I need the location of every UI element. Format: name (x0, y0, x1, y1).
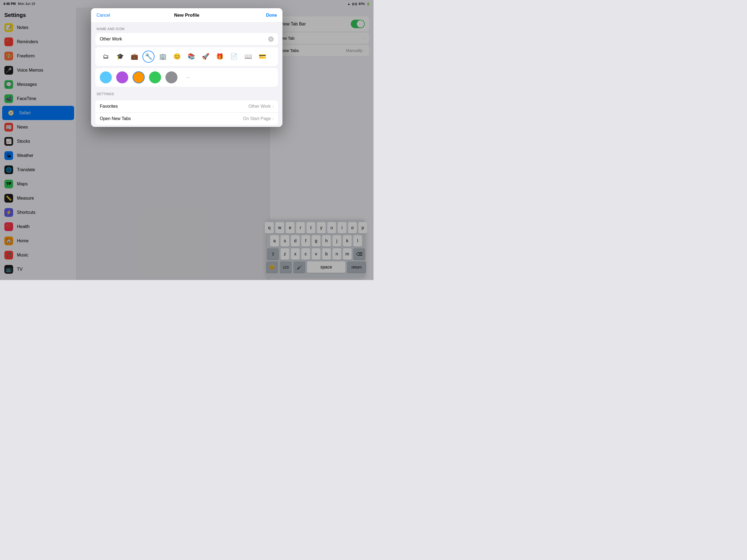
settings-row-label-1: Open New Tabs (100, 116, 131, 121)
icon-option-3[interactable]: 🔧 (143, 51, 154, 62)
icon-option-9[interactable]: 📄 (228, 51, 240, 62)
name-icon-section-label: NAME AND ICON (91, 23, 282, 33)
settings-row-chevron-0: › (272, 104, 274, 108)
color-option-1[interactable] (116, 71, 128, 83)
new-profile-modal: Cancel New Profile Done NAME AND ICON ✕ … (91, 8, 282, 127)
profile-name-input[interactable] (100, 36, 266, 42)
profile-name-input-row[interactable]: ✕ (96, 33, 278, 45)
settings-section-label: SETTINGS (91, 88, 282, 98)
settings-row-value-0: Other Work (249, 104, 271, 109)
modal-header: Cancel New Profile Done (91, 8, 282, 23)
cancel-button[interactable]: Cancel (97, 13, 119, 18)
more-colors-button[interactable]: ··· (182, 71, 194, 83)
settings-row-0[interactable]: Favorites Other Work › (96, 100, 278, 113)
color-option-4[interactable] (165, 71, 177, 83)
color-option-0[interactable] (100, 71, 112, 83)
icon-option-8[interactable]: 🎁 (213, 51, 226, 62)
settings-row-value-1: On Start Page (243, 116, 271, 121)
modal-overlay: Cancel New Profile Done NAME AND ICON ✕ … (0, 0, 374, 280)
icon-option-5[interactable]: 😊 (171, 51, 183, 62)
settings-row-right-0: Other Work › (249, 104, 274, 109)
modal-title: New Profile (119, 12, 255, 18)
icon-option-10[interactable]: 📖 (242, 51, 254, 62)
color-grid: ··· (96, 68, 278, 87)
done-button[interactable]: Done (255, 13, 277, 18)
settings-row-chevron-1: › (272, 117, 274, 121)
color-option-3[interactable] (149, 71, 161, 83)
icon-grid: 🗂🎓💼🔧🏢😊📚🚀🎁📄📖💳 (96, 47, 278, 66)
icon-option-6[interactable]: 📚 (185, 51, 197, 62)
icon-option-1[interactable]: 🎓 (114, 51, 126, 62)
settings-row-1[interactable]: Open New Tabs On Start Page › (96, 113, 278, 125)
clear-input-button[interactable]: ✕ (268, 36, 274, 42)
settings-rows: Favorites Other Work › Open New Tabs On … (96, 100, 278, 125)
icon-option-4[interactable]: 🏢 (157, 51, 169, 62)
icon-option-0[interactable]: 🗂 (100, 51, 112, 62)
icon-option-7[interactable]: 🚀 (199, 51, 211, 62)
icon-option-2[interactable]: 💼 (128, 51, 140, 62)
settings-row-label-0: Favorites (100, 104, 118, 109)
icon-option-11[interactable]: 💳 (256, 51, 268, 62)
color-option-2[interactable] (133, 71, 145, 83)
settings-row-right-1: On Start Page › (243, 116, 274, 121)
